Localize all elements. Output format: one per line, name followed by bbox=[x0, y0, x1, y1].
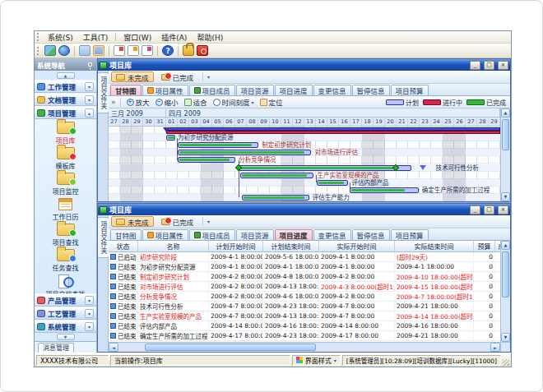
tab-暂停信息[interactable]: 暂停信息 bbox=[352, 229, 390, 240]
gantt-bar-评估生产能力[interactable] bbox=[242, 195, 309, 201]
sidebar-item-项目文档查找[interactable]: 项目文档查找 bbox=[46, 274, 86, 293]
export-icon[interactable] bbox=[44, 45, 56, 56]
tab-项目属性[interactable]: 项目属性 bbox=[142, 85, 188, 95]
more-options-icon[interactable]: ▾ bbox=[207, 74, 210, 80]
tab-变更信息[interactable]: 变更信息 bbox=[313, 229, 351, 240]
report-pause-icon[interactable] bbox=[128, 45, 139, 56]
collapse-up-button[interactable]: ▲ bbox=[57, 72, 75, 79]
table-horizontal-scrollbar[interactable]: ◄ ► bbox=[109, 342, 500, 352]
message-management-tab[interactable]: 消息管理 bbox=[35, 341, 96, 353]
scroll-down-arrow-icon[interactable]: ▼ bbox=[501, 192, 510, 201]
sidebar-section-系统管理[interactable]: 系统管理▾ bbox=[35, 320, 96, 333]
tab-项目预算[interactable]: 项目预算 bbox=[391, 85, 429, 95]
window-titlebar[interactable]: 项目库 _ □ × bbox=[98, 59, 510, 71]
tab-暂停信息[interactable]: 暂停信息 bbox=[352, 85, 390, 95]
gantt-bar-技术可行性分析[interactable] bbox=[239, 165, 411, 171]
project-folder-tab[interactable]: 项目文件夹 bbox=[98, 72, 109, 113]
toolbar-overflow-chevron[interactable]: » bbox=[111, 98, 116, 106]
gantt-bar-确定生产所需的加工过程[interactable] bbox=[350, 187, 419, 193]
tab-项目资源[interactable]: 项目资源 bbox=[236, 229, 274, 240]
filter-button-已完成[interactable]: 已完成 bbox=[156, 216, 199, 227]
column-header-计划开始时间[interactable]: 计划开始时间 bbox=[209, 241, 263, 251]
table-row[interactable]: 已结束确定生产所需的加工过程2009-4-17 8:00:002009-4-23… bbox=[109, 331, 500, 341]
column-header-名称[interactable]: 名称 bbox=[138, 241, 209, 251]
sidebar-item-工作日历[interactable]: 工作日历 bbox=[53, 198, 79, 221]
exit-icon[interactable] bbox=[197, 45, 208, 56]
gantt-tool-时间刻度[interactable]: 时间刻度▾ bbox=[211, 97, 256, 108]
window-titlebar[interactable]: 项目库 _ □ × bbox=[98, 204, 510, 215]
menu-item-3[interactable]: 插件(A) bbox=[156, 31, 192, 44]
report-change-icon[interactable] bbox=[114, 45, 125, 56]
tab-项目资源[interactable]: 项目资源 bbox=[236, 85, 274, 95]
tab-项目成员[interactable]: 项目成员 bbox=[189, 85, 235, 95]
sidebar-section-文档管理[interactable]: 文档管理▾ bbox=[35, 93, 96, 106]
sidebar-item-项目查找[interactable]: 项目查找 bbox=[53, 224, 79, 247]
maximize-button[interactable]: □ bbox=[484, 61, 494, 70]
gantt-tool-定位[interactable]: 定位 bbox=[258, 97, 285, 108]
resize-grip[interactable] bbox=[503, 359, 509, 366]
gantt-bar-制定初步研究计划[interactable] bbox=[178, 142, 258, 148]
filter-button-未完成[interactable]: 未完成 bbox=[111, 71, 154, 82]
menu-item-0[interactable]: 系统(S) bbox=[43, 31, 78, 44]
close-button[interactable]: × bbox=[498, 205, 508, 214]
expand-chevron-icon[interactable]: ▾ bbox=[85, 95, 94, 104]
expand-chevron-icon[interactable]: ▾ bbox=[85, 322, 94, 331]
more-options-icon[interactable]: ▾ bbox=[207, 219, 210, 224]
column-header-实际开始时间[interactable]: 实际开始时间 bbox=[319, 241, 395, 251]
scroll-thumb[interactable] bbox=[502, 119, 509, 150]
table-row[interactable]: 已结束评估内部产品2009-4-14 8:00:002009-4-16 18:0… bbox=[109, 321, 500, 331]
expand-chevron-icon[interactable]: ▾ bbox=[85, 296, 94, 305]
sidebar-section-项目管理[interactable]: 项目管理▴ bbox=[35, 106, 96, 119]
column-header-状态[interactable]: 状态 bbox=[109, 241, 138, 251]
gantt-bar-生产实验室规模的产品[interactable] bbox=[240, 173, 314, 178]
menu-item-4[interactable]: 帮助(H) bbox=[192, 31, 228, 44]
column-header-预算[interactable]: 预算 bbox=[474, 241, 495, 251]
web-icon[interactable] bbox=[58, 45, 70, 56]
gantt-tool-缩小[interactable]: 缩小 bbox=[154, 97, 180, 108]
expand-chevron-icon[interactable]: ▾ bbox=[85, 82, 94, 91]
menu-item-1[interactable]: 工具(T) bbox=[78, 31, 114, 44]
tab-项目进度[interactable]: 项目进度 bbox=[275, 85, 313, 95]
table-row[interactable]: 已结束为初步研究分配资源2009-4-1 8:00:002009-4-1 18:… bbox=[109, 262, 500, 272]
tab-甘特图[interactable]: 甘特图 bbox=[110, 85, 142, 95]
scroll-thumb[interactable] bbox=[502, 251, 509, 297]
tab-项目预算[interactable]: 项目预算 bbox=[391, 229, 429, 240]
menubar-grip[interactable] bbox=[37, 33, 39, 41]
sidebar-section-产品管理[interactable]: 产品管理▾ bbox=[35, 293, 96, 307]
menu-item-2[interactable]: 窗口(W) bbox=[118, 31, 156, 44]
table-vertical-scrollbar[interactable]: ▲ ▼ bbox=[500, 241, 510, 342]
sidebar-item-项目库[interactable]: 项目库 bbox=[56, 122, 76, 145]
tab-甘特图[interactable]: 甘特图 bbox=[110, 229, 142, 240]
scroll-down-arrow-icon[interactable]: ▼ bbox=[501, 333, 510, 342]
lock-icon[interactable] bbox=[183, 45, 194, 56]
scroll-up-arrow-icon[interactable]: ▲ bbox=[501, 241, 510, 250]
scroll-right-arrow-icon[interactable]: ► bbox=[490, 343, 500, 352]
ui-style-selector[interactable]: 界面样式 ▾ bbox=[292, 355, 341, 366]
close-button[interactable]: × bbox=[498, 61, 508, 70]
gantt-vertical-scrollbar[interactable]: ▲ ▼ bbox=[500, 108, 510, 201]
folder-open-icon[interactable] bbox=[79, 45, 90, 56]
gantt-tool-适合[interactable]: 适合 bbox=[183, 97, 209, 108]
sidebar-section-工艺管理[interactable]: 工艺管理▾ bbox=[35, 307, 96, 320]
tab-项目进度[interactable]: 项目进度 bbox=[275, 229, 313, 240]
column-header-计划结束时间[interactable]: 计划结束时间 bbox=[263, 241, 319, 251]
gantt-bar-对市场进行评估[interactable] bbox=[178, 150, 311, 155]
collapse-chevron-icon[interactable]: ▴ bbox=[85, 108, 94, 118]
tab-项目成员[interactable]: 项目成员 bbox=[189, 229, 235, 240]
table-row[interactable]: 已结束制定初步研究计划2009-4-2 8:00:002009-4-8 18:0… bbox=[109, 272, 500, 282]
maximize-button[interactable]: □ bbox=[484, 205, 494, 214]
toolbar-grip[interactable] bbox=[37, 47, 39, 55]
column-header-实际结束时间[interactable]: 实际结束时间 bbox=[395, 241, 474, 251]
project-folder-tab[interactable]: 项目文件夹 bbox=[98, 217, 109, 258]
pin-icon[interactable] bbox=[88, 62, 92, 67]
report-budget-icon[interactable] bbox=[142, 45, 153, 56]
table-row[interactable]: 已启动初步研究阶段2009-4-1 8:00:002009-5-6 18:00:… bbox=[109, 252, 500, 262]
scroll-thumb[interactable] bbox=[145, 344, 316, 351]
gantt-bar-为初步研究分配资源[interactable] bbox=[166, 135, 175, 141]
table-row[interactable]: 已结束对市场进行评估2009-4-2 8:00:002009-4-13 18:0… bbox=[109, 282, 500, 292]
expand-chevron-icon[interactable]: ▾ bbox=[85, 309, 94, 318]
minimize-button[interactable]: _ bbox=[470, 205, 480, 214]
sidebar-item-任务查找[interactable]: 任务查找 bbox=[53, 249, 79, 272]
gantt-tool-放大[interactable]: 放大 bbox=[125, 97, 151, 108]
table-row[interactable]: 已结束分析竞争情况2009-4-2 8:00:002009-4-6 18:00:… bbox=[109, 292, 500, 302]
